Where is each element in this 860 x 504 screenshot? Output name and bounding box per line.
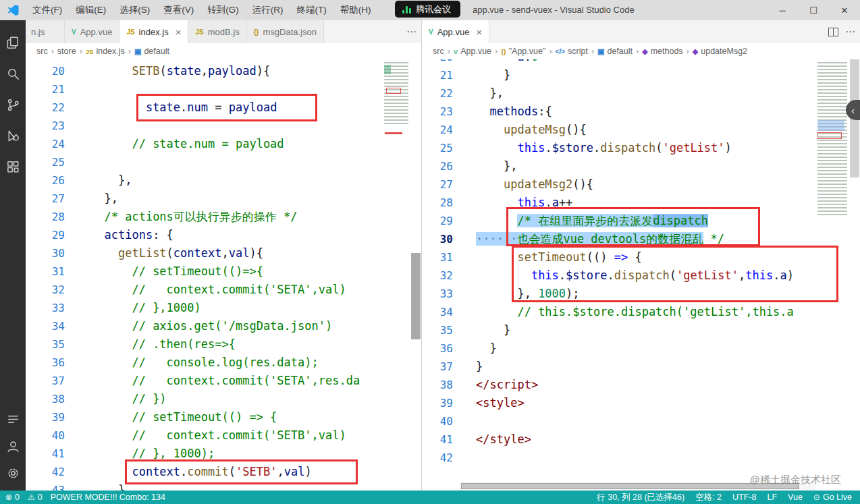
menu-item[interactable]: 查看(V) (157, 0, 200, 20)
code-line-24[interactable]: updateMsg(){ (460, 121, 815, 139)
close-button[interactable]: ✕ (829, 0, 860, 20)
code-line-43[interactable]: } (73, 481, 382, 491)
code-line-34[interactable]: // axios.get('/msgData.json') (73, 317, 382, 335)
go-live-status[interactable]: ⊙Go Live (813, 493, 852, 502)
code-line-41[interactable]: // }, 1000); (73, 445, 382, 463)
more-actions-icon[interactable]: ⋯ (406, 26, 417, 38)
code-line-37[interactable]: // context.commit('SETA',res.da (73, 372, 382, 390)
code-line-25[interactable]: this.$store.dispatch('getList') (460, 139, 815, 157)
code-line-32[interactable]: this.$store.dispatch('getList',this.a) (460, 267, 815, 285)
breadcrumb-updateMsg2[interactable]: ◈updateMsg2 (693, 47, 747, 56)
code-line-30[interactable]: getList(context,val){ (73, 244, 382, 262)
code-line-40[interactable] (460, 412, 815, 430)
warnings-status[interactable]: ⚠0 (28, 493, 43, 502)
breadcrumb-methods[interactable]: ◈methods (642, 47, 682, 56)
breadcrumb-default[interactable]: ▣default (134, 47, 169, 56)
explorer-icon[interactable] (0, 27, 26, 58)
menu-item[interactable]: 文件(F) (26, 0, 69, 20)
breadcrumb-store[interactable]: store (57, 47, 76, 56)
code-line-40[interactable]: // context.commit('SETB',val) (73, 426, 382, 445)
code-line-42[interactable]: context.commit('SETB',val) (73, 463, 382, 481)
code-line-20[interactable]: a:0 (460, 59, 815, 66)
breadcrumb-src[interactable]: src (36, 47, 48, 56)
settings-gear-icon[interactable] (0, 459, 26, 486)
code-line-38[interactable]: </script> (460, 376, 815, 394)
minimap-left[interactable] (382, 59, 410, 491)
code-line-29[interactable]: actions: { (73, 226, 382, 244)
code-line-35[interactable]: } (460, 321, 815, 339)
tab-App.vue[interactable]: VApp.vue× (422, 20, 489, 43)
search-icon[interactable] (0, 58, 26, 89)
code-line-23[interactable]: methods:{ (460, 103, 815, 121)
run-debug-icon[interactable] (0, 120, 26, 151)
breadcrumb-App.vue[interactable]: {}"App.vue" (501, 47, 545, 56)
code-line-33[interactable]: }, 1000); (460, 285, 815, 303)
editor-left[interactable]: 2021222324252627282930313233343536373839… (26, 59, 421, 491)
scrollbar-thumb[interactable] (411, 253, 421, 339)
tab-msgData.json[interactable]: {}msgData.json (247, 20, 324, 43)
code-line-36[interactable]: // console.log(res.data); (73, 354, 382, 372)
breadcrumb-script[interactable]: </>script (556, 47, 588, 56)
breadcrumb-src[interactable]: src (433, 47, 444, 56)
code-line-27[interactable]: }, (73, 190, 382, 208)
code-right[interactable]: a:0 } }, methods:{ updateMsg(){ this.$st… (460, 59, 815, 491)
power-mode-status[interactable]: POWER MODE!!! Combo: 134 (51, 493, 165, 502)
menu-item[interactable]: 选择(S) (113, 0, 157, 20)
code-line-27[interactable]: updateMsg2(){ (460, 175, 815, 194)
breadcrumb-App.vue[interactable]: VApp.vue (454, 47, 491, 56)
code-line-38[interactable]: // }) (73, 390, 382, 408)
code-line-28[interactable]: this.a++ (460, 194, 815, 212)
code-line-33[interactable]: // },1000) (73, 299, 382, 317)
code-left[interactable]: SETB(state,payload){ state.num = payload… (73, 62, 382, 491)
vertical-scrollbar-right[interactable] (849, 59, 860, 491)
eol-status[interactable]: LF (767, 493, 777, 502)
code-line-36[interactable]: } (460, 339, 815, 358)
code-line-22[interactable]: }, (460, 84, 815, 103)
cursor-position-status[interactable]: 行 30, 列 28 (已选择46) (597, 492, 684, 503)
code-line-20[interactable]: SETB(state,payload){ (73, 62, 382, 80)
code-line-21[interactable] (73, 80, 382, 99)
scrollbar-thumb[interactable] (461, 483, 799, 489)
minimize-button[interactable]: ─ (767, 0, 798, 20)
code-line-37[interactable]: } (460, 358, 815, 376)
tab-index.js[interactable]: JSindex.js× (119, 20, 188, 43)
code-line-29[interactable]: /* 在组里面异步的去派发dispatch (460, 212, 815, 230)
breadcrumb-default[interactable]: ▣default (597, 47, 633, 56)
code-line-31[interactable]: // setTimeout(()=>{ (73, 262, 382, 281)
breadcrumb-index.js[interactable]: JSindex.js (86, 47, 125, 56)
code-line-22[interactable]: state.num = payload (73, 99, 382, 117)
code-line-39[interactable]: // setTimeout(() => { (73, 408, 382, 426)
more-actions-icon[interactable]: ⋯ (845, 26, 856, 38)
code-line-41[interactable]: </style> (460, 430, 815, 449)
list-icon[interactable] (0, 405, 26, 432)
code-line-34[interactable]: // this.$store.dispatch('getList',this.a (460, 303, 815, 321)
close-tab-icon[interactable]: × (476, 26, 482, 38)
editor-right[interactable]: 2021222324252627282930313233343536373839… (422, 59, 860, 491)
code-line-21[interactable]: } (460, 66, 815, 84)
code-line-28[interactable]: /* actions可以执行异步的操作 */ (73, 208, 382, 226)
split-editor-icon[interactable] (828, 28, 838, 36)
encoding-status[interactable]: UTF-8 (732, 493, 756, 502)
menu-item[interactable]: 运行(R) (246, 0, 290, 20)
tencent-meeting-overlay[interactable]: 腾讯会议 (395, 1, 460, 18)
code-line-35[interactable]: // .then(res=>{ (73, 335, 382, 354)
minimap-right[interactable] (815, 59, 849, 491)
extensions-icon[interactable] (0, 151, 26, 182)
menu-item[interactable]: 帮助(H) (333, 0, 378, 20)
code-line-24[interactable]: // state.num = payload (73, 135, 382, 153)
code-line-25[interactable] (73, 153, 382, 171)
menu-item[interactable]: 编辑(E) (69, 0, 113, 20)
code-line-42[interactable] (460, 449, 815, 467)
maximize-button[interactable]: ☐ (798, 0, 829, 20)
errors-status[interactable]: ⊗0 (5, 493, 20, 502)
code-line-39[interactable]: <style> (460, 394, 815, 412)
menu-item[interactable]: 转到(G) (200, 0, 246, 20)
menu-item[interactable]: 终端(T) (290, 0, 333, 20)
tab-n.js[interactable]: n.js (26, 20, 65, 43)
account-icon[interactable] (0, 432, 26, 459)
code-line-23[interactable] (73, 117, 382, 135)
code-line-26[interactable]: }, (73, 171, 382, 190)
code-line-26[interactable]: }, (460, 157, 815, 175)
vertical-scrollbar-left[interactable] (410, 59, 421, 491)
code-line-32[interactable]: // context.commit('SETA',val) (73, 281, 382, 299)
